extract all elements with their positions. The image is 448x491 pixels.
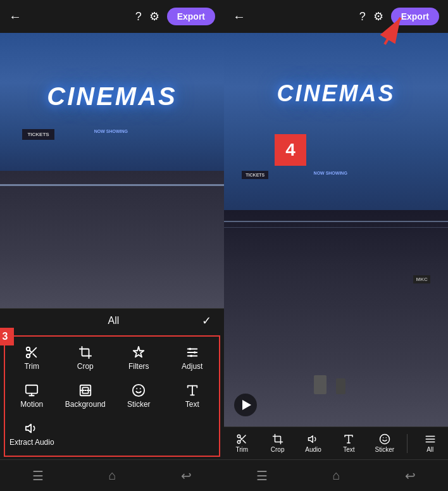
- left-nav-back[interactable]: ↩: [181, 468, 192, 483]
- right-export-button[interactable]: Export: [391, 8, 439, 25]
- extract-audio-label: Extract Audio: [9, 438, 54, 447]
- right-top-right-icons: ? ⚙ Export: [359, 8, 439, 25]
- right-tool-sticker[interactable]: Sticker: [371, 431, 398, 456]
- motion-label: Motion: [20, 400, 43, 409]
- left-tickets-sign: TICKETS: [22, 129, 54, 140]
- right-sticker-label: Sticker: [375, 446, 395, 453]
- right-nav-back[interactable]: ↩: [405, 468, 416, 483]
- right-tickets-sign: TICKETS: [242, 171, 268, 179]
- right-nav-menu[interactable]: ☰: [256, 468, 268, 483]
- right-nav-home[interactable]: ⌂: [332, 468, 340, 483]
- right-settings-icon[interactable]: ⚙: [373, 9, 383, 23]
- left-top-bar: ← ? ⚙ Export: [0, 0, 224, 33]
- adjust-label: Adjust: [182, 362, 202, 371]
- sparkle-icon: [132, 345, 146, 359]
- right-back-button[interactable]: ←: [233, 9, 246, 24]
- right-text-label: Text: [343, 446, 354, 453]
- background-icon: [78, 383, 92, 397]
- tool-sticker[interactable]: Sticker: [112, 377, 166, 415]
- step-3-badge: 3: [0, 328, 14, 345]
- left-bottom-nav: ☰ ⌂ ↩: [0, 459, 224, 491]
- left-settings-icon[interactable]: ⚙: [149, 9, 159, 23]
- left-video-preview: CINEMAS TICKETS NOW SHOWING: [0, 33, 224, 308]
- left-help-icon[interactable]: ?: [135, 10, 142, 23]
- right-cinema-scene: CINEMAS 4 TICKETS NOW SHOWING MKC: [224, 33, 448, 426]
- right-text-icon: [343, 433, 354, 445]
- tool-extract-audio[interactable]: Extract Audio: [5, 415, 59, 453]
- right-all-label: All: [426, 446, 433, 453]
- right-tool-text[interactable]: Text: [335, 431, 362, 456]
- right-tool-crop[interactable]: Crop: [264, 431, 291, 456]
- crop-label: Crop: [77, 362, 94, 371]
- right-audio-label: Audio: [305, 446, 321, 453]
- scissors-icon: [25, 345, 39, 359]
- smiley-icon: [132, 383, 146, 397]
- tool-motion[interactable]: Motion: [5, 377, 59, 415]
- toolbar-divider: [407, 434, 408, 453]
- right-audio-icon: [308, 433, 319, 445]
- right-crop-label: Crop: [271, 446, 285, 453]
- left-back-button[interactable]: ←: [9, 9, 22, 24]
- tool-text[interactable]: Text: [166, 377, 220, 415]
- svg-line-30: [240, 437, 242, 439]
- svg-point-35: [380, 435, 389, 444]
- left-mall-floor: TICKETS NOW SHOWING: [0, 171, 224, 309]
- right-menu-icon: [425, 433, 436, 445]
- right-tool-all[interactable]: All: [417, 431, 444, 456]
- right-bottom-nav: ☰ ⌂ ↩: [224, 459, 448, 491]
- svg-line-4: [30, 350, 32, 352]
- svg-marker-32: [309, 436, 313, 443]
- svg-point-18: [133, 385, 144, 396]
- left-nav-menu[interactable]: ☰: [32, 468, 44, 483]
- text-icon: [185, 383, 199, 397]
- tool-adjust[interactable]: Adjust: [166, 339, 220, 377]
- right-tool-audio[interactable]: Audio: [300, 431, 327, 456]
- check-icon[interactable]: ✓: [202, 314, 211, 328]
- svg-line-3: [34, 354, 37, 357]
- right-help-icon[interactable]: ?: [359, 10, 366, 23]
- left-now-showing: NOW SHOWING: [94, 129, 128, 134]
- step-4-badge: 4: [275, 134, 306, 166]
- tool-crop[interactable]: Crop: [59, 339, 113, 377]
- left-top-right-icons: ? ⚙ Export: [135, 8, 215, 25]
- audio-icon: [25, 421, 39, 435]
- svg-rect-5: [82, 349, 89, 356]
- left-cinema-title: CINEMAS: [47, 82, 177, 111]
- trim-label: Trim: [24, 362, 39, 371]
- filters-label: Filters: [128, 362, 149, 371]
- play-icon: [242, 400, 251, 410]
- play-button[interactable]: [234, 394, 257, 416]
- tool-filters[interactable]: Filters: [112, 339, 166, 377]
- svg-point-9: [189, 348, 191, 351]
- right-panel: ← ? ⚙ Export CINEMAS 4: [224, 0, 448, 491]
- background-label: Background: [65, 400, 106, 409]
- right-now-showing: NOW SHOWING: [314, 171, 347, 175]
- svg-marker-23: [26, 425, 31, 433]
- right-trim-label: Trim: [235, 446, 248, 453]
- text-label: Text: [185, 400, 199, 409]
- right-bottom-toolbar: Trim Crop Audio Text: [224, 426, 448, 459]
- right-video-preview: CINEMAS 4 TICKETS NOW SHOWING MKC: [224, 33, 448, 426]
- right-crop-icon: [272, 433, 283, 445]
- right-top-bar: ← ? ⚙ Export: [224, 0, 448, 33]
- right-tool-trim[interactable]: Trim: [228, 431, 255, 456]
- all-label: All: [25, 315, 202, 326]
- left-nav-home[interactable]: ⌂: [108, 468, 116, 483]
- svg-rect-31: [275, 437, 280, 442]
- svg-rect-12: [26, 385, 37, 394]
- monitor-icon: [25, 383, 39, 397]
- svg-line-29: [243, 440, 246, 443]
- right-cinema-title: CINEMAS: [277, 80, 395, 107]
- right-scissors-icon: [236, 433, 247, 445]
- tool-background[interactable]: Background: [59, 377, 113, 415]
- left-panel: ← ? ⚙ Export CINEMAS TICKETS NOW SHOWING: [0, 0, 224, 491]
- right-mall-interior: TICKETS NOW SHOWING MKC: [224, 210, 448, 426]
- sticker-label: Sticker: [127, 400, 151, 409]
- toolbar-header: All ✓: [0, 308, 224, 333]
- crop-icon: [78, 345, 92, 359]
- left-export-button[interactable]: Export: [167, 8, 215, 25]
- right-smiley-icon: [379, 433, 390, 445]
- svg-point-10: [194, 351, 196, 354]
- tool-grid: 3 Trim Crop Filters: [4, 335, 220, 457]
- sliders-icon: [185, 345, 199, 359]
